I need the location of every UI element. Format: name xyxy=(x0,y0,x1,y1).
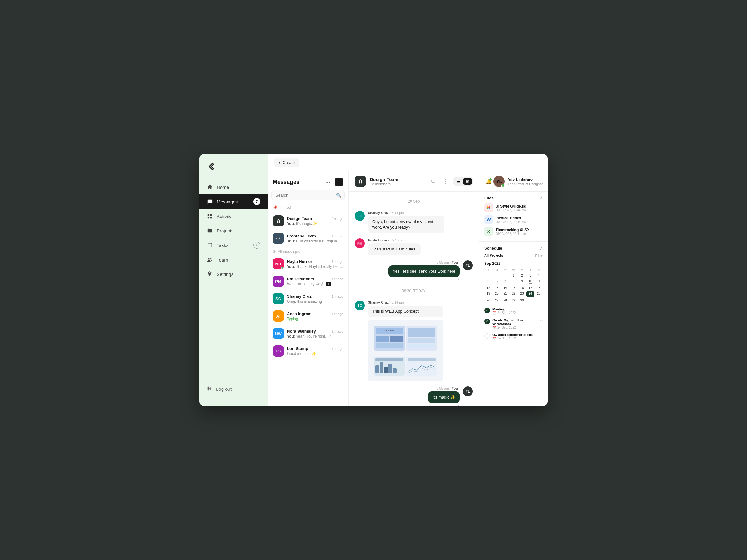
cal-day[interactable]: 3 xyxy=(526,273,535,278)
sidebar-item-label-tasks: Tasks xyxy=(216,243,229,248)
conversation-list: Design Team 1m ago You: It's magic ✨ xyxy=(268,212,348,406)
top-bar: ▾ Create xyxy=(268,154,548,171)
conv-preview: You: Yeah! You're right. ✓ xyxy=(287,334,343,339)
cal-day[interactable]: 2 xyxy=(518,273,526,278)
cal-day[interactable]: 18 xyxy=(535,285,543,291)
sidebar-item-home[interactable]: Home xyxy=(199,180,268,194)
tab-all-projects[interactable]: All Projects xyxy=(484,253,503,258)
cal-day[interactable]: 22 xyxy=(510,291,518,297)
cal-day xyxy=(484,273,492,278)
create-button[interactable]: ▾ Create xyxy=(274,158,300,167)
conv-item-pm-designers[interactable]: PM Pm-Designers 1hr ago Wait, I'am on my… xyxy=(268,272,348,290)
conv-item-lori-stamp[interactable]: LS Lori Stamp 1hr ago Good morning ✨ xyxy=(268,342,348,359)
message-meta: Shanay Cruz 5:14 pm xyxy=(368,211,444,215)
user-online-indicator xyxy=(501,184,505,187)
filter-button[interactable]: Filter xyxy=(535,254,543,258)
cal-day[interactable]: 19 xyxy=(484,291,492,297)
svg-rect-9 xyxy=(359,181,360,183)
cal-day[interactable]: 9 xyxy=(518,278,526,285)
svg-point-11 xyxy=(431,180,434,183)
online-status-dot xyxy=(281,267,284,269)
sidebar-item-messages[interactable]: Messages 7 xyxy=(199,194,268,209)
messages-more-button[interactable]: ⋯ xyxy=(324,178,332,186)
sidebar-item-settings[interactable]: Settings xyxy=(199,267,268,281)
calendar-prev-button[interactable]: ‹ xyxy=(531,261,536,266)
cal-day[interactable]: 17 xyxy=(526,285,535,291)
cal-day[interactable]: 4 xyxy=(535,273,543,278)
cal-day[interactable]: 5 xyxy=(484,278,492,285)
toggle-grid-view[interactable]: ⊞ xyxy=(463,178,472,185)
file-item[interactable]: X Timetracking.XLSX 06/09/2022, 10:44 am xyxy=(484,227,543,236)
chat-team-name: Design Team xyxy=(370,177,425,182)
event-item-wireframes[interactable]: ✓ Create Sign-In flow Wireframes 📅 24 Se… xyxy=(484,317,543,329)
toggle-list-view[interactable]: ☰ xyxy=(455,178,463,185)
cal-day[interactable]: 16 xyxy=(518,285,526,291)
tasks-add-icon[interactable]: + xyxy=(253,242,260,248)
sidebar-item-tasks[interactable]: Tasks + xyxy=(199,238,268,252)
cal-day[interactable]: 14 xyxy=(501,285,509,291)
notification-button[interactable]: 🔔 xyxy=(484,177,493,186)
conv-time: 1hr ago xyxy=(332,260,343,264)
schedule-collapse-button[interactable]: ∧ xyxy=(540,245,543,250)
conv-item-nayla-horner[interactable]: NH Nayla Horner 1hr ago You: Thanks Nayl… xyxy=(268,255,348,272)
chat-more-button[interactable]: ⋮ xyxy=(441,177,450,186)
messages-new-button[interactable]: + xyxy=(335,178,343,186)
search-input[interactable] xyxy=(272,190,344,201)
schedule-section: Schedule ∧ All Projects Filter Sep 2022 xyxy=(479,243,548,406)
sidebar-item-activity[interactable]: Activity xyxy=(199,209,268,223)
sidebar-bottom: Log out xyxy=(199,379,268,399)
conv-item-frontend-team[interactable]: Frontend Team 1hr ago You: Can you sent … xyxy=(268,230,348,247)
chat-search-button[interactable] xyxy=(429,177,437,186)
cal-day[interactable]: 6 xyxy=(493,278,501,285)
conv-time: 1hr ago xyxy=(332,277,343,281)
conv-preview: Wait, I'am on my way! 7 xyxy=(287,282,343,286)
cal-day[interactable]: 7 xyxy=(501,278,509,285)
cal-day[interactable]: 29 xyxy=(510,298,518,303)
event-check-icon: ✓ xyxy=(484,319,490,324)
svg-point-16 xyxy=(489,208,490,209)
cal-day[interactable]: 1 xyxy=(510,273,518,278)
cal-day[interactable]: 30 xyxy=(518,298,526,303)
tasks-icon xyxy=(207,242,213,248)
sidebar-item-team[interactable]: Team xyxy=(199,253,268,267)
cal-day[interactable]: 13 xyxy=(493,285,501,291)
event-details: Create Sign-In flow Wireframes 📅 24 Sep,… xyxy=(492,318,536,329)
message-row: NH Nayla Horner 5:18 pm I can start in 1… xyxy=(355,238,473,255)
cal-day[interactable]: 12 xyxy=(484,285,492,291)
calendar-next-button[interactable]: › xyxy=(537,261,543,266)
conv-item-nora-walmsley[interactable]: NW Nora Walmsley 1hr ago You: Yeah! You'… xyxy=(268,325,348,342)
right-panel-header: 🔔 YL Yev Ledenov Lead Product Designer xyxy=(479,171,548,192)
files-collapse-button[interactable]: ∧ xyxy=(540,195,543,201)
event-item-meeting[interactable]: ✓ Meeting 📅 24 Sep, 2022 ⋯ xyxy=(484,306,543,315)
file-item[interactable]: W Invoice #.docx 05/09/2022, 10:44 am xyxy=(484,215,543,224)
file-item[interactable]: Ui Style Guide.fig 06/09/2022, 10:44 am xyxy=(484,204,543,212)
conv-avatar-frontend-team xyxy=(273,233,284,244)
sidebar-item-projects[interactable]: Projects xyxy=(199,224,268,237)
conv-time: 1hr ago xyxy=(332,295,343,298)
event-menu-button[interactable]: ⋯ xyxy=(538,318,543,323)
message-time: 5:55 pm xyxy=(436,260,449,264)
cal-day[interactable]: 11 xyxy=(535,278,543,285)
cal-day[interactable]: 26 xyxy=(484,298,492,303)
cal-day[interactable]: 21 xyxy=(501,291,509,297)
conv-item-design-team[interactable]: Design Team 1m ago You: It's magic ✨ xyxy=(268,212,348,230)
team-icon xyxy=(207,257,213,263)
messages-icon xyxy=(207,198,213,205)
main-content: ▾ Create Messages ⋯ + 🔍 xyxy=(268,154,548,406)
cal-day[interactable]: 27 xyxy=(493,298,501,303)
event-item-ux-audit[interactable]: UX audit ecommerce site 📅 24 Sep, 2022 xyxy=(484,331,543,340)
cal-day[interactable]: 23 xyxy=(518,291,526,297)
cal-day[interactable]: 15 xyxy=(510,285,518,291)
calendar-month: Sep 2022 xyxy=(484,261,500,266)
cal-day[interactable]: 25 xyxy=(535,291,543,297)
cal-day[interactable]: 8 xyxy=(510,278,518,285)
event-menu-button[interactable]: ⋯ xyxy=(538,308,543,312)
cal-day-today[interactable]: 24 xyxy=(526,291,535,297)
cal-day-with-events[interactable]: 10 xyxy=(526,278,535,285)
cal-day[interactable]: 28 xyxy=(501,298,509,303)
logout-button[interactable]: Log out xyxy=(207,386,260,392)
date-separator-2: 08:30, TODAY xyxy=(355,289,473,293)
conv-item-shanay-cruz[interactable]: SC Shanay Cruz 1hr ago Omg, this is amaz… xyxy=(268,290,348,308)
cal-day[interactable]: 20 xyxy=(493,291,501,297)
conv-item-anas-ingram[interactable]: AI Anas Ingram 1hr ago Typing... xyxy=(268,308,348,325)
